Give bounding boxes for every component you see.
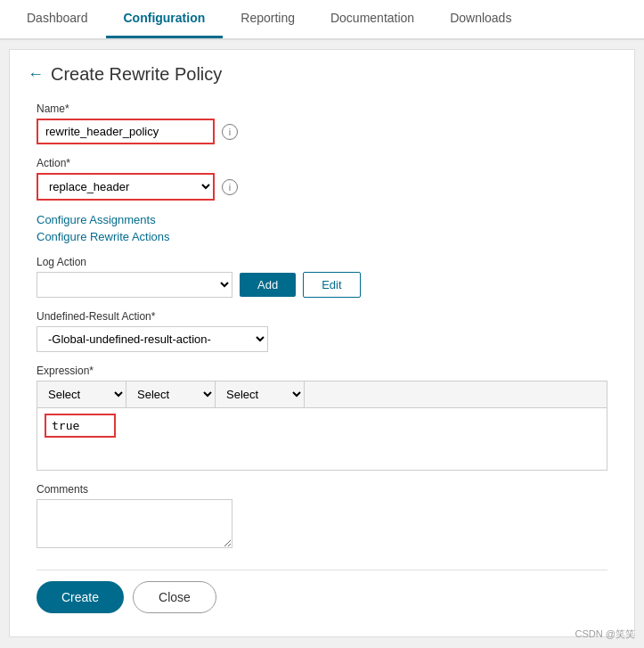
undefined-result-label: Undefined-Result Action*	[37, 310, 607, 323]
name-field-row: i	[37, 119, 607, 144]
expression-input[interactable]	[45, 414, 116, 438]
configure-assignments-link[interactable]: Configure Assignments	[37, 213, 607, 226]
expr-select-3[interactable]: Select	[216, 381, 305, 407]
expr-select-1[interactable]: Select	[37, 381, 126, 407]
configure-links-group: Configure Assignments Configure Rewrite …	[37, 213, 607, 243]
comments-label: Comments	[37, 483, 607, 496]
page-content: ← Create Rewrite Policy Name* i Action* …	[9, 49, 635, 637]
add-button[interactable]: Add	[240, 273, 296, 297]
comments-textarea[interactable]	[37, 499, 232, 548]
nav-bar: Dashboard Configuration Reporting Docume…	[0, 0, 644, 40]
undefined-result-group: Undefined-Result Action* -Global-undefin…	[37, 310, 607, 352]
name-info-icon[interactable]: i	[222, 124, 238, 140]
undefined-result-select[interactable]: -Global-undefined-result-action-	[37, 326, 268, 352]
back-arrow-icon[interactable]: ←	[28, 65, 44, 84]
action-select[interactable]: replace_header	[37, 173, 215, 201]
expression-text-area	[37, 408, 607, 443]
close-button[interactable]: Close	[133, 581, 216, 613]
edit-button[interactable]: Edit	[303, 272, 360, 298]
action-group: Action* replace_header i	[37, 157, 607, 201]
name-group: Name* i	[37, 103, 607, 144]
log-action-select[interactable]	[37, 272, 232, 298]
name-label: Name*	[37, 103, 607, 115]
page-title-row: ← Create Rewrite Policy	[28, 64, 616, 85]
expr-select-2[interactable]: Select	[126, 381, 216, 407]
footer-actions: Create Close	[37, 570, 607, 613]
tab-downloads[interactable]: Downloads	[432, 0, 529, 38]
log-action-row: Add Edit	[37, 272, 607, 298]
configure-rewrite-actions-link[interactable]: Configure Rewrite Actions	[37, 230, 607, 243]
log-action-group: Log Action Add Edit	[37, 256, 607, 298]
name-input[interactable]	[37, 119, 215, 144]
action-field-row: replace_header i	[37, 173, 607, 201]
comments-group: Comments	[37, 483, 607, 548]
tab-documentation[interactable]: Documentation	[313, 0, 432, 38]
page-title: Create Rewrite Policy	[51, 64, 222, 85]
expression-label: Expression*	[37, 365, 607, 377]
create-button[interactable]: Create	[37, 581, 124, 613]
tab-dashboard[interactable]: Dashboard	[9, 0, 106, 38]
log-action-label: Log Action	[37, 256, 607, 268]
expression-group: Expression* Select Select Select	[37, 365, 607, 471]
tab-reporting[interactable]: Reporting	[223, 0, 313, 38]
expression-text-area-wrapper	[37, 408, 607, 471]
action-info-icon[interactable]: i	[222, 179, 238, 195]
tab-configuration[interactable]: Configuration	[106, 0, 224, 38]
action-label: Action*	[37, 157, 607, 169]
create-rewrite-policy-form: Name* i Action* replace_header i Configu…	[28, 103, 616, 613]
expression-selects-row: Select Select Select	[37, 381, 607, 408]
watermark: CSDN @笑笑	[575, 627, 635, 641]
